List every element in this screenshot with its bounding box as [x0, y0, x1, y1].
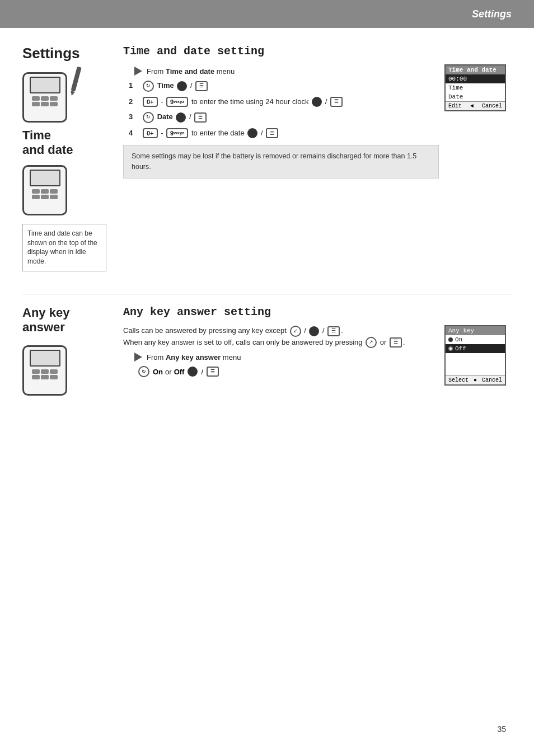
phone-key [32, 195, 40, 199]
phone-key [32, 375, 40, 379]
screen-header-1: Time and date [446, 65, 505, 74]
screen-item-time: Time [446, 83, 505, 92]
main-content: Settings Time and date [0, 28, 534, 432]
description-1: Calls can be answered by pressing any ke… [123, 325, 439, 348]
screen-mockup-1: Time and date 00:00 Time Date Edit ◄ Can… [444, 64, 506, 111]
screen2-select: Select [448, 377, 469, 383]
phone-key [50, 195, 58, 199]
menu-key-any: ☰ [207, 367, 219, 377]
ok-key-3 [176, 112, 186, 123]
key-9wxyz: 9wxyz [166, 97, 188, 107]
menu-key-2: ☰ [330, 97, 343, 107]
on-label: On [153, 368, 163, 376]
scroll-key-3: ↻ [143, 112, 154, 123]
from-any-key-menu: From Any key answer menu [134, 353, 439, 361]
from-menu-text: From Time and date menu [134, 67, 439, 76]
section2-title: Any key answer setting [123, 306, 512, 318]
sidebar-time-date: Settings Time and date [22, 45, 112, 271]
phone-key [32, 96, 40, 101]
screen-footer-icon: ◄ [470, 103, 474, 109]
step-4: 4 0+ - 9wxyz to enter the date / ☰ [129, 128, 439, 139]
menu-key-desc-2: ☰ [390, 337, 402, 348]
arrow-icon [134, 67, 142, 76]
ok-key-4 [247, 128, 257, 138]
step-1: 1 ↻ Time / ☰ [129, 80, 439, 92]
phone-screen-mini-2 [30, 170, 60, 186]
screen2-header: Any key [446, 326, 505, 335]
phone-keys-3 [32, 369, 58, 379]
content-main-2: Calls can be answered by pressing any ke… [123, 325, 439, 386]
sidebar-any-key: Any key answer [22, 306, 112, 398]
screen-selected-item: 00:00 [446, 74, 505, 83]
phone-key [41, 189, 49, 194]
phone-illustration-2 [22, 165, 67, 215]
menu-key-3: ☰ [194, 112, 207, 123]
menu-key-desc: ☰ [327, 326, 340, 336]
phone-screen-mini [30, 77, 60, 93]
phone-key [41, 195, 49, 199]
phone-keys-2 [32, 189, 58, 199]
sidebar-settings-title: Settings [22, 45, 80, 62]
phone-key [50, 102, 58, 106]
phone-key [50, 189, 58, 194]
screen2-empty [446, 353, 505, 375]
phone-screen-mini-3 [30, 350, 60, 367]
screen-footer-cancel: Cancel [482, 103, 502, 109]
screen-item-date: Date [446, 92, 505, 101]
phone-key [41, 375, 49, 379]
screen2-on-label: On [455, 336, 462, 343]
screen2-dot: ● [474, 377, 477, 383]
phone-illustration-1 [22, 72, 67, 123]
content-main: From Time and date menu 1 ↻ Time / [123, 64, 439, 185]
steps-list: 1 ↻ Time / ☰ 2 [129, 80, 439, 138]
header-bar: Settings [0, 0, 534, 28]
note-box: Time and date can be shown on the top of… [22, 224, 106, 271]
content-with-screen: From Time and date menu 1 ↻ Time / [123, 64, 512, 185]
screen-mockup-2: Any key On Off Select ● [444, 325, 506, 386]
off-label: Off [174, 368, 185, 376]
phone-illustration-3 [22, 345, 67, 396]
phone-key [50, 96, 58, 101]
screen2-cancel: Cancel [482, 377, 502, 383]
step-3: 3 ↻ Date / ☰ [129, 111, 439, 123]
phone-key [41, 369, 49, 374]
menu-key-1: ☰ [195, 81, 208, 91]
right-content-any-key: Any key answer setting Calls can be answ… [123, 306, 512, 398]
screen2-off-label: Off [455, 345, 466, 352]
sidebar-any-key-title: Any key answer [22, 306, 69, 335]
scroll-key-1: ↻ [143, 81, 154, 92]
radio-on-dot [448, 337, 453, 342]
menu-key-4: ☰ [266, 128, 278, 138]
phone-key [41, 102, 49, 106]
screen-area-2: Any key On Off Select ● [444, 325, 512, 386]
key-0plus-2: 0+ [143, 128, 158, 138]
header-title: Settings [472, 8, 512, 20]
call-key-icon: ↗ [366, 337, 377, 348]
right-content-time-date: Time and date setting From Time and date… [123, 45, 512, 271]
step-2: 2 0+ - 9wxyz to enter the time using 24 … [129, 96, 439, 107]
any-key-step: ↻ On or Off / ☰ [137, 366, 439, 377]
screen-area-1: Time and date 00:00 Time Date Edit ◄ Can… [444, 64, 512, 185]
sidebar-subtitle: Time and date [22, 128, 73, 158]
ok-key-desc [309, 326, 319, 336]
warning-box: Some settings may be lost if the battery… [123, 145, 439, 179]
screen2-off-item: Off [446, 344, 505, 353]
phone-key [32, 369, 40, 374]
pen-icon [71, 67, 81, 92]
screen2-footer: Select ● Cancel [446, 375, 505, 384]
screen2-on-item: On [446, 335, 505, 344]
content-with-screen-2: Calls can be answered by pressing any ke… [123, 325, 512, 386]
radio-off-dot [448, 346, 453, 351]
phone-key [32, 102, 40, 106]
screen-footer-edit: Edit [448, 103, 462, 109]
end-key-icon: ↙ [290, 326, 301, 337]
key-0plus: 0+ [143, 97, 158, 107]
page-number: 35 [497, 725, 506, 734]
phone-key [41, 96, 49, 101]
ok-key-2 [312, 97, 322, 107]
phone-key [50, 375, 58, 379]
phone-key [32, 189, 40, 194]
arrow-icon-2 [134, 353, 142, 361]
ok-key-any [188, 367, 198, 377]
section-time-date: Settings Time and date [22, 45, 512, 271]
